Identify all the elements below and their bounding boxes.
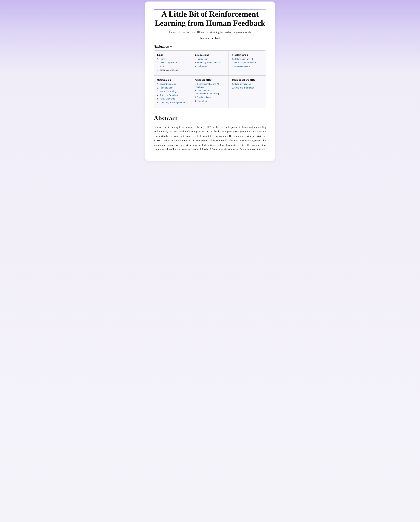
- navigation-label: Navigation: [154, 45, 169, 48]
- navigation-chevron[interactable]: ^: [170, 45, 172, 48]
- list-item: 2. GitHub Repository: [157, 61, 188, 64]
- nav-link-introduction[interactable]: Introduction: [197, 58, 208, 60]
- list-item: 1. Home: [157, 58, 188, 61]
- subtitle: A short introduction to RLHF and post-tr…: [154, 31, 266, 34]
- header-section: A Little Bit of Reinforcement Learning f…: [154, 10, 266, 40]
- nav-list-introductions: 1. Introduction 2. Seminal (Recent) Work…: [195, 58, 225, 68]
- nav-cell-optimization: Optimization 1. Reward Modeling 2. Regul…: [154, 76, 191, 108]
- list-item: 2. What are preferences?: [232, 61, 263, 64]
- nav-link-github[interactable]: GitHub Repository: [160, 61, 177, 64]
- list-item: 3. Preference Data: [232, 65, 263, 68]
- nav-link-preference-data[interactable]: Preference Data: [234, 65, 250, 68]
- nav-link-definitions[interactable]: Definitions: [197, 65, 207, 68]
- nav-link-instruction-tuning[interactable]: Instruction Tuning: [160, 90, 176, 92]
- nav-cell-title-optimization: Optimization: [157, 79, 188, 81]
- list-item: 3. Definitions: [195, 65, 225, 68]
- list-item: 1. Over-optimization: [232, 83, 263, 86]
- nav-cell-title-links: Links: [157, 54, 188, 56]
- page-background: A Little Bit of Reinforcement Learning f…: [0, 0, 420, 522]
- nav-cell-advanced: Advanced (TBD) 1. Constitutional AI and …: [191, 76, 229, 108]
- nav-link-home[interactable]: Home: [160, 58, 165, 60]
- nav-cell-title-open-questions: Open Questions (TBD): [232, 79, 263, 81]
- nav-link-seminal-works[interactable]: Seminal (Recent) Works: [197, 61, 220, 64]
- nav-link-style-information[interactable]: Style and Information: [234, 86, 254, 89]
- main-container: A Little Bit of Reinforcement Learning f…: [145, 1, 275, 161]
- nav-cell-introductions: Introductions 1. Introduction 2. Seminal…: [191, 51, 229, 76]
- list-item: 4. Order a copy (Soon): [157, 69, 188, 72]
- nav-link-over-optimization[interactable]: Over-optimization: [234, 83, 251, 85]
- nav-list-advanced: 1. Constitutional AI and AI Feedback 2. …: [195, 83, 225, 103]
- list-item: 1. Reward Modeling: [157, 83, 188, 86]
- list-item: 2. Regularization: [157, 86, 188, 89]
- list-item: 2. Style and Information: [232, 86, 263, 89]
- nav-cell-problem-setup: Problem Setup 1. Optimization and RL 2. …: [229, 51, 266, 76]
- list-item: 3. Synthetic Data: [195, 96, 225, 99]
- list-item: 3. Instruction Tuning: [157, 90, 188, 93]
- nav-link-evaluation[interactable]: Evaluation: [197, 100, 207, 102]
- list-item: 1. Introduction: [195, 58, 225, 61]
- list-item: 6. Direct Alignment Algorithms: [157, 101, 188, 104]
- nav-cell-title-problem-setup: Problem Setup: [232, 54, 263, 56]
- nav-link-reward-modeling[interactable]: Reward Modeling: [160, 83, 176, 85]
- abstract-body: Reinforcement learning from human feedba…: [154, 125, 266, 152]
- nav-cell-title-introductions: Introductions: [195, 54, 225, 56]
- main-title: A Little Bit of Reinforcement Learning f…: [154, 10, 266, 28]
- author: Nathan Lambert: [154, 37, 266, 40]
- nav-cell-title-advanced: Advanced (TBD): [195, 79, 225, 81]
- nav-cell-open-questions: Open Questions (TBD) 1. Over-optimizatio…: [229, 76, 266, 108]
- nav-link-synthetic-data[interactable]: Synthetic Data: [197, 96, 210, 99]
- abstract-section: Abstract Reinforcement learning from hum…: [154, 115, 266, 152]
- navigation-header: Navigation ^: [154, 45, 266, 48]
- list-item: 2. Seminal (Recent) Works: [195, 61, 225, 64]
- nav-link-policy-gradients[interactable]: Policy Gradients: [160, 98, 175, 100]
- list-item: 1. Optimization and RL: [232, 58, 263, 61]
- nav-list-open-questions: 1. Over-optimization 2. Style and Inform…: [232, 83, 263, 89]
- nav-cell-links: Links 1. Home 2. GitHub Repository 3. PD…: [154, 51, 191, 76]
- list-item: 3. PDF: [157, 65, 188, 68]
- nav-link-what-are-preferences[interactable]: What are preferences?: [234, 61, 256, 64]
- nav-link-pdf[interactable]: PDF: [160, 65, 164, 68]
- navigation-grid: Links 1. Home 2. GitHub Repository 3. PD…: [154, 50, 266, 108]
- list-item: 4. Rejection Sampling: [157, 94, 188, 97]
- nav-link-direct-alignment[interactable]: Direct Alignment Algorithms: [160, 101, 185, 104]
- list-item: 4. Evaluation: [195, 100, 225, 103]
- list-item: 1. Constitutional AI and AI Feedback: [195, 83, 225, 89]
- nav-list-optimization: 1. Reward Modeling 2. Regularization 3. …: [157, 83, 188, 104]
- nav-link-constitutional-ai[interactable]: Constitutional AI and AI Feedback: [195, 83, 219, 88]
- nav-link-regularization[interactable]: Regularization: [160, 86, 173, 89]
- list-item: 5. Policy Gradients: [157, 97, 188, 100]
- nav-list-links: 1. Home 2. GitHub Repository 3. PDF 4. O…: [157, 58, 188, 72]
- nav-link-optimization-rl[interactable]: Optimization and RL: [234, 58, 254, 60]
- nav-list-problem-setup: 1. Optimization and RL 2. What are prefe…: [232, 58, 263, 68]
- nav-link-rejection-sampling[interactable]: Rejection Sampling: [160, 94, 178, 96]
- navigation-section: Navigation ^ Links 1. Home 2. GitHub Rep…: [154, 45, 266, 108]
- list-item: 2. Reasoning and Reinforcement Finetunin…: [195, 89, 225, 95]
- abstract-title: Abstract: [154, 115, 266, 122]
- nav-link-reasoning-reinforcement[interactable]: Reasoning and Reinforcement Finetuning: [195, 89, 219, 95]
